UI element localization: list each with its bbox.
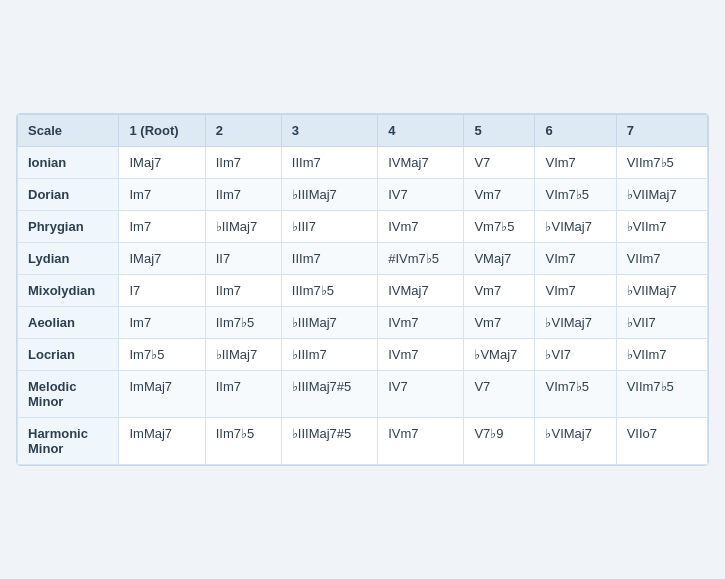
degree-7: VIIo7 xyxy=(616,418,707,465)
scale-table-wrapper: Scale 1 (Root) 2 3 4 5 6 7 IonianIMaj7II… xyxy=(16,113,709,466)
degree-4: IVm7 xyxy=(378,211,464,243)
table-row: DorianIm7IIm7♭IIIMaj7IV7Vm7VIm7♭5♭VIIMaj… xyxy=(18,179,708,211)
degree-1: I7 xyxy=(119,275,205,307)
header-deg4: 4 xyxy=(378,115,464,147)
header-deg7: 7 xyxy=(616,115,707,147)
degree-5: V7 xyxy=(464,371,535,418)
table-row: Melodic MinorImMaj7IIm7♭IIIMaj7#5IV7V7VI… xyxy=(18,371,708,418)
degree-6: ♭VIMaj7 xyxy=(535,418,616,465)
degree-7: ♭VII7 xyxy=(616,307,707,339)
degree-1: ImMaj7 xyxy=(119,371,205,418)
degree-7: ♭VIIm7 xyxy=(616,339,707,371)
degree-7: VIIm7♭5 xyxy=(616,147,707,179)
degree-4: IVm7 xyxy=(378,418,464,465)
header-deg1: 1 (Root) xyxy=(119,115,205,147)
header-deg5: 5 xyxy=(464,115,535,147)
degree-2: IIm7 xyxy=(205,179,281,211)
degree-4: IVm7 xyxy=(378,339,464,371)
header-deg6: 6 xyxy=(535,115,616,147)
degree-7: ♭VIIm7 xyxy=(616,211,707,243)
degree-3: ♭IIIMaj7#5 xyxy=(281,418,377,465)
degree-3: IIIm7 xyxy=(281,147,377,179)
table-row: LydianIMaj7II7IIIm7#IVm7♭5VMaj7VIm7VIIm7 xyxy=(18,243,708,275)
table-row: PhrygianIm7♭IIMaj7♭III7IVm7Vm7♭5♭VIMaj7♭… xyxy=(18,211,708,243)
degree-6: VIm7♭5 xyxy=(535,179,616,211)
degree-6: ♭VIMaj7 xyxy=(535,211,616,243)
degree-6: VIm7 xyxy=(535,243,616,275)
header-deg2: 2 xyxy=(205,115,281,147)
header-scale: Scale xyxy=(18,115,119,147)
degree-4: IVMaj7 xyxy=(378,275,464,307)
degree-1: Im7 xyxy=(119,307,205,339)
degree-6: VIm7 xyxy=(535,147,616,179)
scale-name: Dorian xyxy=(18,179,119,211)
table-row: Harmonic MinorImMaj7IIm7♭5♭IIIMaj7#5IVm7… xyxy=(18,418,708,465)
table-row: AeolianIm7IIm7♭5♭IIIMaj7IVm7Vm7♭VIMaj7♭V… xyxy=(18,307,708,339)
degree-2: IIm7 xyxy=(205,275,281,307)
scale-name: Ionian xyxy=(18,147,119,179)
modes-table: Scale 1 (Root) 2 3 4 5 6 7 IonianIMaj7II… xyxy=(17,114,708,465)
scale-name: Locrian xyxy=(18,339,119,371)
degree-2: ♭IIMaj7 xyxy=(205,211,281,243)
degree-4: IVMaj7 xyxy=(378,147,464,179)
degree-5: Vm7 xyxy=(464,307,535,339)
degree-2: IIm7 xyxy=(205,371,281,418)
degree-2: IIm7 xyxy=(205,147,281,179)
degree-3: ♭III7 xyxy=(281,211,377,243)
degree-6: VIm7 xyxy=(535,275,616,307)
degree-1: Im7 xyxy=(119,211,205,243)
scale-name: Melodic Minor xyxy=(18,371,119,418)
degree-4: #IVm7♭5 xyxy=(378,243,464,275)
degree-2: IIm7♭5 xyxy=(205,418,281,465)
scale-name: Harmonic Minor xyxy=(18,418,119,465)
degree-5: Vm7 xyxy=(464,275,535,307)
degree-7: VIIm7 xyxy=(616,243,707,275)
degree-2: II7 xyxy=(205,243,281,275)
degree-5: Vm7 xyxy=(464,179,535,211)
degree-5: VMaj7 xyxy=(464,243,535,275)
degree-4: IV7 xyxy=(378,179,464,211)
scale-name: Lydian xyxy=(18,243,119,275)
degree-1: ImMaj7 xyxy=(119,418,205,465)
scale-name: Phrygian xyxy=(18,211,119,243)
degree-3: IIIm7 xyxy=(281,243,377,275)
scale-name: Aeolian xyxy=(18,307,119,339)
scale-name: Mixolydian xyxy=(18,275,119,307)
degree-7: ♭VIIMaj7 xyxy=(616,179,707,211)
header-row: Scale 1 (Root) 2 3 4 5 6 7 xyxy=(18,115,708,147)
degree-1: IMaj7 xyxy=(119,147,205,179)
degree-3: ♭IIIm7 xyxy=(281,339,377,371)
degree-7: VIIm7♭5 xyxy=(616,371,707,418)
degree-1: Im7 xyxy=(119,179,205,211)
degree-5: ♭VMaj7 xyxy=(464,339,535,371)
degree-2: IIm7♭5 xyxy=(205,307,281,339)
degree-4: IV7 xyxy=(378,371,464,418)
table-body: IonianIMaj7IIm7IIIm7IVMaj7V7VIm7VIIm7♭5D… xyxy=(18,147,708,465)
degree-3: ♭IIIMaj7 xyxy=(281,307,377,339)
degree-6: VIm7♭5 xyxy=(535,371,616,418)
degree-2: ♭IIMaj7 xyxy=(205,339,281,371)
degree-6: ♭VIMaj7 xyxy=(535,307,616,339)
degree-3: IIIm7♭5 xyxy=(281,275,377,307)
degree-5: V7 xyxy=(464,147,535,179)
degree-7: ♭VIIMaj7 xyxy=(616,275,707,307)
degree-5: V7♭9 xyxy=(464,418,535,465)
degree-6: ♭VI7 xyxy=(535,339,616,371)
table-row: LocrianIm7♭5♭IIMaj7♭IIIm7IVm7♭VMaj7♭VI7♭… xyxy=(18,339,708,371)
degree-3: ♭IIIMaj7 xyxy=(281,179,377,211)
degree-1: Im7♭5 xyxy=(119,339,205,371)
degree-4: IVm7 xyxy=(378,307,464,339)
degree-5: Vm7♭5 xyxy=(464,211,535,243)
degree-1: IMaj7 xyxy=(119,243,205,275)
degree-3: ♭IIIMaj7#5 xyxy=(281,371,377,418)
table-row: IonianIMaj7IIm7IIIm7IVMaj7V7VIm7VIIm7♭5 xyxy=(18,147,708,179)
header-deg3: 3 xyxy=(281,115,377,147)
table-row: MixolydianI7IIm7IIIm7♭5IVMaj7Vm7VIm7♭VII… xyxy=(18,275,708,307)
